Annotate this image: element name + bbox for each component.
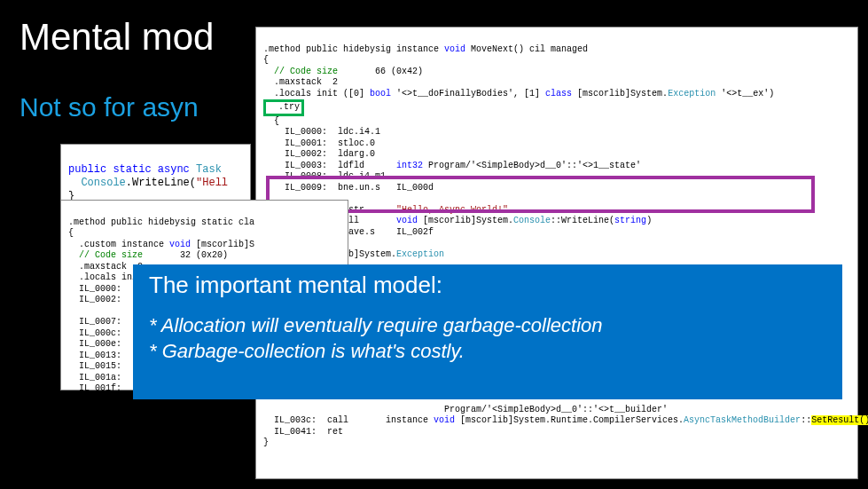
setresult-highlight: SetResult() <box>811 415 868 425</box>
callout-line-2: * Garbage-collection is what's costly. <box>149 339 826 365</box>
slide-subtitle: Not so for asyn <box>20 92 199 122</box>
callout-overlay: The important mental model: * Allocation… <box>133 264 842 399</box>
callout-header: The important mental model: <box>149 272 826 299</box>
callout-line-1: * Allocation will eventually require gar… <box>149 313 826 339</box>
try-highlight: .try <box>263 99 304 116</box>
slide-title: Mental mod <box>20 16 214 59</box>
